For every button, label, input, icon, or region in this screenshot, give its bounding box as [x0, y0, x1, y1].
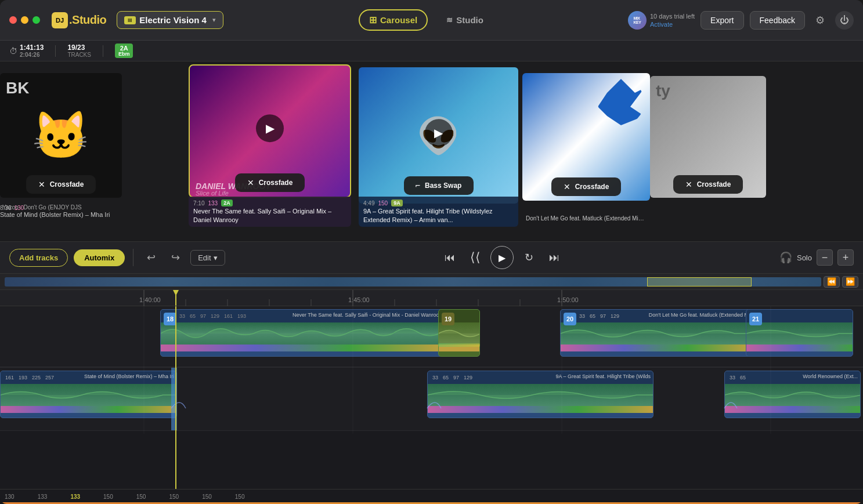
- footer-marker-150c: 150: [169, 494, 179, 500]
- add-tracks-button[interactable]: Add tracks: [9, 249, 68, 267]
- card-5-transition: ✕ Crossfade: [551, 177, 621, 196]
- crossfade-icon-6: ✕: [685, 180, 692, 189]
- track-block-20[interactable]: 20 336597129 Don't Let Me Go feat. Matlu…: [560, 309, 752, 357]
- export-button[interactable]: Export: [700, 11, 743, 30]
- minimap-track[interactable]: [5, 277, 821, 287]
- carousel-card-5[interactable]: ✕ Crossfade Don't Let Me Go feat. Matluc…: [522, 73, 650, 224]
- card-4-transition: ⌐ Bass Swap: [404, 176, 474, 195]
- zoom-in-button[interactable]: +: [837, 249, 854, 266]
- studio-label: Studio: [456, 15, 483, 25]
- tracks-label: TRACKS: [67, 52, 91, 58]
- forward-icon: ⏩: [846, 277, 855, 286]
- card-5-title: Don't Let Me Go feat. Matluck (Extended …: [522, 213, 650, 224]
- crossfade-icon-2: ✕: [38, 180, 45, 189]
- skip-back-icon: ⏮: [445, 252, 455, 264]
- playhead-ruler: [175, 290, 176, 306]
- footer-marker-150e: 150: [235, 494, 245, 500]
- feedback-button[interactable]: Feedback: [750, 11, 805, 30]
- play-overlay-3[interactable]: ▶: [256, 114, 284, 142]
- time-stat: 1:41:13 2:04:26: [20, 43, 44, 58]
- controls-bar: Add tracks Automix ↩ ↪ Edit ▾ ⏮ ⟨⟨ ▶ ↻: [0, 241, 863, 274]
- track-number-21: 21: [749, 313, 762, 325]
- beat-back-icon: ⟨⟨: [470, 250, 481, 265]
- playlist-icon: ▤: [124, 16, 136, 24]
- key-value: 2A: [120, 45, 128, 52]
- minimap-forward-button[interactable]: ⏩: [842, 276, 858, 288]
- card-2-transition: ✕ Crossfade: [26, 175, 96, 194]
- crossfade-label-6: Crossfade: [697, 180, 731, 188]
- play-overlay-4[interactable]: ▶: [425, 119, 453, 147]
- playlist-selector[interactable]: ▤ Electric Vision 4 ▾: [117, 11, 223, 29]
- mix-total: 2:04:26: [20, 52, 39, 58]
- card-4-key: 9A: [391, 200, 403, 206]
- card-4-bpm: 150: [378, 200, 388, 206]
- track-lane-top: 18 336597129161193 Never The Same feat. …: [0, 306, 863, 367]
- track-block-world-renowned[interactable]: 3365 World Renowned (Ext...: [724, 371, 861, 418]
- undo-button[interactable]: ↩: [142, 248, 160, 267]
- timeline-footer: 130 133 133 150 150 150 150 150: [0, 489, 863, 504]
- card-2-info: 8:36 130 State of Mind (Bolster Remix) –…: [0, 205, 122, 218]
- activate-link[interactable]: Activate: [650, 21, 695, 28]
- footer-marker-150b: 150: [136, 494, 146, 500]
- card-3-transition: ✕ Crossfade: [235, 173, 305, 192]
- footer-marker-150a: 150: [103, 494, 113, 500]
- skip-back-button[interactable]: ⏮: [439, 247, 460, 268]
- footer-marker-130: 130: [5, 494, 15, 500]
- beat-back-button[interactable]: ⟨⟨: [465, 247, 486, 268]
- redo-button[interactable]: ↪: [166, 248, 185, 267]
- studio-view-button[interactable]: ≋ Studio: [437, 11, 493, 29]
- carousel-card-4[interactable]: 👽 ▶ ⌐ Bass Swap 4:49 150 9A 9A – Great S…: [359, 67, 518, 227]
- carousel-card-3-active[interactable]: DANIEL WANROOY Slice of Life ▶ ✕ Crossfa…: [189, 64, 351, 227]
- minimap-buttons: ⏪ ⏩: [824, 276, 858, 288]
- carousel-card-6[interactable]: ty ✕ Crossfade: [650, 76, 766, 218]
- footer-marker-133a: 133: [38, 494, 48, 500]
- close-button[interactable]: [9, 16, 17, 24]
- maximize-button[interactable]: [33, 16, 40, 24]
- separator-1: [133, 249, 133, 266]
- mik-icon: MIXKEY: [628, 11, 647, 30]
- tracks-value: 19/23: [67, 43, 85, 52]
- track-20-colorbar: [561, 345, 751, 351]
- track-9a-title: 9A – Great Spirit feat. Hilight Tribe (W…: [555, 374, 651, 379]
- divider-1: [55, 45, 56, 57]
- carousel-view-button[interactable]: ⊞ Carousel: [359, 9, 428, 31]
- settings-icon[interactable]: ⚙: [811, 11, 829, 30]
- play-button[interactable]: ▶: [490, 246, 514, 269]
- track-18-colorbar: [161, 345, 444, 351]
- track-prev-colorbar: [1, 406, 176, 413]
- edit-button[interactable]: Edit ▾: [190, 250, 225, 266]
- clock-icon: ⏱: [9, 46, 17, 56]
- power-button[interactable]: ⏻: [835, 11, 854, 30]
- minimize-button[interactable]: [21, 16, 28, 24]
- logo-text: .Studio: [69, 13, 106, 27]
- app-logo: DJ .Studio: [52, 12, 106, 28]
- track-block-21[interactable]: 21: [746, 309, 853, 357]
- loop-button[interactable]: ↻: [518, 247, 539, 268]
- card-4-title: 9A – Great Spirit feat. Hilight Tribe (W…: [363, 207, 514, 224]
- track-block-state-of-mind[interactable]: 161193225257 State of Mind (Bolster Remi…: [0, 371, 177, 418]
- card-2-time: 8:36: [0, 205, 11, 211]
- timeline-ruler[interactable]: 1:40:00 1:45:00 1:50:00: [0, 290, 863, 306]
- transition-overlap-18-19: [438, 343, 480, 347]
- track-18-title: Never The Same feat. Sally Saifi - Origi…: [293, 312, 442, 318]
- carousel-card-2[interactable]: 🐱 BK ✕ Crossfade 8:36 130 State of Mind …: [0, 73, 122, 218]
- track-block-19[interactable]: 19: [438, 309, 480, 357]
- app-window: DJ .Studio ▤ Electric Vision 4 ▾ ⊞ Carou…: [0, 0, 863, 504]
- studio-icon: ≋: [446, 16, 453, 24]
- zoom-out-button[interactable]: −: [817, 249, 833, 266]
- track-9a-colorbar: [428, 406, 653, 413]
- play-icon: ▶: [499, 252, 505, 263]
- minimap-highlight[interactable]: [647, 277, 752, 287]
- skip-forward-button[interactable]: ⏭: [544, 247, 565, 268]
- minimap-rewind-button[interactable]: ⏪: [824, 276, 840, 288]
- card-3-key: 2A: [221, 200, 233, 206]
- chevron-down-icon: ▾: [212, 16, 216, 24]
- bassswap-icon-4: ⌐: [416, 181, 420, 190]
- track-block-great-spirit[interactable]: 336597129 9A – Great Spirit feat. Hiligh…: [427, 371, 653, 418]
- automix-button[interactable]: Automix: [74, 249, 125, 266]
- card-4-info: 4:49 150 9A 9A – Great Spirit feat. Hili…: [359, 197, 518, 227]
- card-3-time: 7:10: [193, 200, 204, 206]
- track-world-colorbar: [725, 406, 860, 413]
- track-block-18[interactable]: 18 336597129161193 Never The Same feat. …: [160, 309, 445, 357]
- timeline-cursor: [175, 306, 176, 489]
